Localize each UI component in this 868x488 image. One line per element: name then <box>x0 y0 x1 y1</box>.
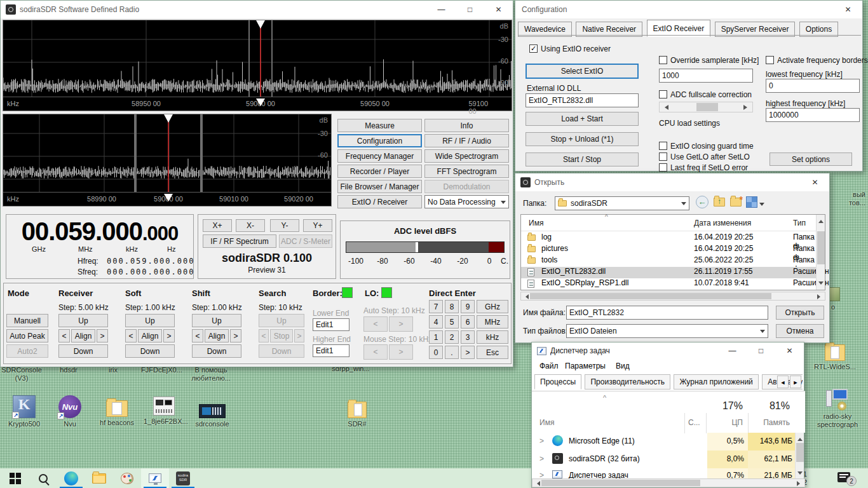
freq-khz-digits[interactable]: 000 <box>102 217 142 245</box>
zoom-x-plus-button[interactable]: X+ <box>203 219 232 232</box>
desktop-icon-nvu[interactable]: Nvu ↗ Nvu <box>50 395 90 428</box>
tab-app-history[interactable]: Журнал приложений <box>674 374 758 390</box>
tabs-scroll-right-icon[interactable]: ► <box>790 376 801 388</box>
nav-recorder-player-button[interactable]: Recorder / Player <box>337 165 422 178</box>
scroll-right-icon[interactable] <box>797 481 803 486</box>
key-4-button[interactable]: 4 <box>429 315 443 329</box>
dll-path-input[interactable] <box>526 93 639 107</box>
receiver-right-button[interactable]: > <box>97 329 108 342</box>
key-8-button[interactable]: 8 <box>445 300 459 313</box>
shift-up-button[interactable]: Up <box>192 314 241 327</box>
key-3-button[interactable]: 3 <box>461 330 475 344</box>
file-row[interactable]: pictures 16.04.2019 20:25 Папка с ф <box>521 244 825 255</box>
scrollbar-thumb[interactable] <box>530 293 771 299</box>
activate-borders-checkbox[interactable]: Activate frequency borders <box>766 56 868 65</box>
soft-up-button[interactable]: Up <box>125 314 175 327</box>
folder-select[interactable]: sodiraSDR <box>555 196 689 210</box>
sodirasdr-titlebar[interactable]: sodiraSDR Software Defined Radio — □ ✕ <box>1 1 513 18</box>
taskmgr-hscrollbar[interactable] <box>532 478 805 487</box>
tab-performance[interactable]: Производительность <box>585 374 670 390</box>
rf-spectrum-display[interactable]: dB -30 -60 -90 kHz 58950 00 59000 00 590… <box>3 20 512 111</box>
highest-frequency-input[interactable] <box>766 108 860 122</box>
taskbar-taskmgr-button[interactable] <box>141 468 169 488</box>
desktop-icon-rtl-wides[interactable]: RTL-WideS... <box>814 341 856 371</box>
desktop-icon-fragment-top[interactable]: вый тов... <box>836 191 865 207</box>
expander-icon[interactable]: > <box>539 454 544 463</box>
column-header-name[interactable]: Имя <box>529 219 543 227</box>
stop-unload-button[interactable]: Stop + Unload (*1) <box>526 132 639 146</box>
column-name[interactable]: Имя <box>539 418 554 427</box>
desktop-icon-image1[interactable]: 1_8je6F2BX... <box>144 396 184 426</box>
key-2-button[interactable]: 2 <box>445 330 459 344</box>
key-dot-button[interactable]: . <box>445 346 459 359</box>
filetype-select[interactable]: ExtIO Dateien <box>566 324 768 338</box>
key-9-button[interactable]: 9 <box>461 300 475 313</box>
higher-end-input[interactable] <box>313 344 349 357</box>
taskmgr-titlebar[interactable]: Диспетчер задач — □ ✕ <box>532 342 804 359</box>
tuning-marker-icon[interactable] <box>256 98 265 106</box>
soft-align-button[interactable]: Align <box>138 329 162 342</box>
set-options-button[interactable]: Set options <box>770 152 852 166</box>
mode-auto-peak-button[interactable]: Auto Peak <box>6 329 48 342</box>
desktop-icon-hf-beacons[interactable]: hf beacons <box>97 396 137 427</box>
file-list-hscrollbar[interactable] <box>520 292 825 301</box>
taskbar-search-button[interactable] <box>29 468 57 488</box>
close-icon[interactable]: ✕ <box>801 173 829 191</box>
if-spectrum-display[interactable]: dB -30 -60 kHz 58990 00 59000 00 59010 0… <box>3 114 332 207</box>
process-row[interactable]: > Microsoft Edge (11) 0,5% 143,6 МБ <box>532 433 796 451</box>
new-folder-icon[interactable]: * <box>730 198 742 207</box>
scroll-up-icon[interactable] <box>818 217 824 223</box>
scroll-down-icon[interactable] <box>797 471 803 477</box>
maximize-icon[interactable]: □ <box>456 1 484 18</box>
scroll-left-icon[interactable] <box>523 294 529 299</box>
tuning-marker-icon[interactable] <box>164 194 173 201</box>
zoom-x-minus-button[interactable]: X- <box>236 219 265 232</box>
shift-align-button[interactable]: Align <box>205 329 229 342</box>
key-7-button[interactable]: 7 <box>429 300 443 313</box>
views-icon[interactable] <box>747 197 757 207</box>
receiver-left-button[interactable]: < <box>58 329 70 342</box>
adc-fullscale-checkbox[interactable]: ADC fullscale correction <box>659 90 752 99</box>
desktop-icon-vpomosh[interactable]: В помощь любителю... <box>191 366 231 383</box>
receiver-align-button[interactable]: Align <box>71 329 95 342</box>
scroll-right-icon[interactable] <box>817 294 823 299</box>
receiver-down-button[interactable]: Down <box>58 344 108 358</box>
adc-fullscale-slider[interactable] <box>659 102 753 112</box>
taskbar-explorer-button[interactable] <box>85 468 113 488</box>
taskbar-sodirasdr-button[interactable]: sodira SDR <box>169 468 197 488</box>
nav-rf-if-audio-button[interactable]: RF / IF / Audio <box>424 134 509 147</box>
samplerate-input[interactable] <box>659 69 753 83</box>
zoom-y-plus-button[interactable]: Y+ <box>303 219 332 232</box>
menu-file[interactable]: Файл <box>539 362 559 370</box>
nav-fft-spectrogram-button[interactable]: FFT Spectrogram <box>424 165 509 178</box>
nav-configuration-button[interactable]: Configuration <box>337 134 422 147</box>
close-icon[interactable]: ✕ <box>834 1 862 18</box>
key-mhz-button[interactable]: MHz <box>477 315 508 329</box>
open-dialog-titlebar[interactable]: Открыть ✕ <box>515 173 829 191</box>
desktop-icon-sdrconsole-v3[interactable]: SDRConsole (V3) <box>1 366 42 383</box>
cancel-button[interactable]: Отмена <box>776 324 824 338</box>
file-row[interactable]: log 16.04.2019 20:25 Папка с ф <box>521 233 825 244</box>
scroll-down-icon[interactable] <box>818 281 824 287</box>
scrollbar-thumb[interactable] <box>796 443 804 462</box>
nav-extio-receiver-button[interactable]: ExtIO / Receiver <box>337 195 422 208</box>
close-icon[interactable]: ✕ <box>775 342 804 359</box>
file-list-vscrollbar[interactable] <box>816 215 825 290</box>
taskmgr-vscrollbar[interactable] <box>795 433 804 480</box>
getlo-checkbox[interactable]: Use GetLO after SetLO <box>659 152 750 161</box>
back-icon[interactable]: ← <box>696 196 709 208</box>
column-status[interactable]: С... <box>688 418 700 427</box>
tabs-scroll-left-icon[interactable]: ◄ <box>777 376 789 388</box>
file-row-selected[interactable]: ExtIO_RTL2832.dll 26.11.2019 17:55 Расши… <box>521 267 825 278</box>
views-dropdown-icon[interactable] <box>759 203 764 208</box>
receiver-up-button[interactable]: Up <box>58 314 108 327</box>
desktop-icon-radio-sky[interactable]: radio-sky spectrograph <box>817 389 858 429</box>
scroll-up-icon[interactable] <box>797 435 803 441</box>
using-extio-checkbox[interactable]: ✓ Using ExtIO receiver <box>529 44 611 53</box>
shift-down-button[interactable]: Down <box>192 344 241 358</box>
scroll-left-icon[interactable] <box>662 105 668 110</box>
key-5-button[interactable]: 5 <box>445 315 459 329</box>
nav-info-button[interactable]: Info <box>424 119 509 132</box>
menu-options[interactable]: Параметры <box>565 362 606 370</box>
key-enter-button[interactable]: > <box>461 346 475 359</box>
